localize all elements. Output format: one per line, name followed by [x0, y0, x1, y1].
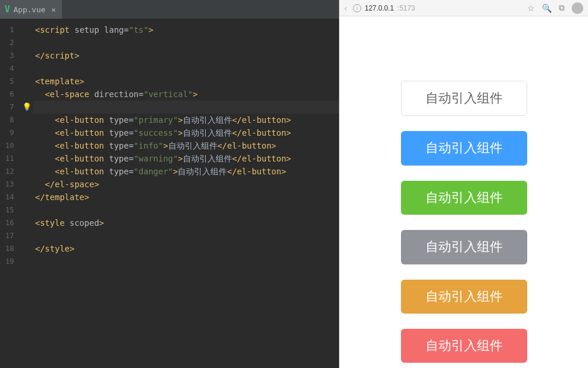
- code-line[interactable]: <el-button type="info">自动引入组件</el-button…: [33, 139, 339, 152]
- current-line-highlight: [33, 101, 339, 114]
- el-button-success[interactable]: 自动引入组件: [401, 181, 527, 215]
- reader-icon[interactable]: ☆: [527, 4, 535, 13]
- code-line[interactable]: [33, 62, 339, 75]
- line-number: 19: [0, 255, 25, 268]
- line-number: 11: [0, 152, 25, 165]
- browser-pane: ‹ i 127.0.0.1:5173 ☆ 🔍 ⧉ 自动引入组件自动引入组件自动引…: [339, 0, 588, 368]
- line-number: 10: [0, 139, 25, 152]
- address-bar[interactable]: i 127.0.0.1:5173: [353, 4, 521, 12]
- line-number: 7: [0, 101, 25, 114]
- vue-file-icon: V: [5, 4, 10, 15]
- code-line[interactable]: <style scoped>: [33, 216, 339, 229]
- el-button-danger[interactable]: 自动引入组件: [401, 329, 527, 363]
- collections-icon[interactable]: ⧉: [559, 3, 565, 13]
- search-icon[interactable]: 🔍: [542, 4, 552, 13]
- line-number: 8: [0, 114, 25, 126]
- browser-action-icons: ☆ 🔍 ⧉: [527, 2, 583, 14]
- line-number: 14: [0, 191, 25, 204]
- code-line[interactable]: <el-button type="danger">自动引入组件</el-butt…: [33, 165, 339, 178]
- line-number: 6: [0, 88, 25, 101]
- code-editor-pane: V App.vue × 1234567891011121314151617181…: [0, 0, 339, 368]
- line-number: 3: [0, 49, 25, 62]
- code-line[interactable]: <el-button type="primary">自动引入组件</el-but…: [33, 114, 339, 126]
- line-number: 13: [0, 178, 25, 191]
- site-info-icon[interactable]: i: [353, 4, 361, 12]
- code-line[interactable]: <template>: [33, 75, 339, 88]
- code-line[interactable]: [33, 204, 339, 216]
- line-number: 2: [0, 36, 25, 49]
- code-line[interactable]: <el-button type="warning">自动引入组件</el-but…: [33, 152, 339, 165]
- code-line[interactable]: </style>: [33, 242, 339, 255]
- code-line[interactable]: [33, 255, 339, 268]
- code-line[interactable]: </script>: [33, 49, 339, 62]
- address-host: 127.0.0.1: [365, 4, 394, 12]
- button-column: 自动引入组件自动引入组件自动引入组件自动引入组件自动引入组件自动引入组件: [401, 81, 527, 368]
- line-number: 5: [0, 75, 25, 88]
- address-rest: :5173: [397, 4, 415, 12]
- code-text-area[interactable]: 💡 <script setup lang="ts"> </script> <te…: [33, 19, 339, 368]
- code-line[interactable]: <el-button type="success">自动引入组件</el-but…: [33, 126, 339, 139]
- line-number: 15: [0, 204, 25, 216]
- el-button-info[interactable]: 自动引入组件: [401, 230, 527, 264]
- line-number: 16: [0, 216, 25, 229]
- line-number: 17: [0, 229, 25, 242]
- code-line[interactable]: [33, 229, 339, 242]
- close-icon[interactable]: ×: [51, 5, 56, 14]
- code-line[interactable]: <script setup lang="ts">: [33, 23, 339, 36]
- line-number-gutter: 12345678910111213141516171819: [0, 19, 25, 368]
- el-button-primary[interactable]: 自动引入组件: [401, 131, 527, 165]
- code-line[interactable]: </template>: [33, 191, 339, 204]
- app-root: V App.vue × 1234567891011121314151617181…: [0, 0, 588, 368]
- editor-tab-app-vue[interactable]: V App.vue ×: [0, 0, 62, 19]
- el-button-warning[interactable]: 自动引入组件: [401, 280, 527, 314]
- el-button-default[interactable]: 自动引入组件: [401, 81, 527, 116]
- editor-tab-name: App.vue: [13, 5, 46, 14]
- code-body[interactable]: 12345678910111213141516171819 💡 <script …: [0, 19, 339, 368]
- browser-toolbar: ‹ i 127.0.0.1:5173 ☆ 🔍 ⧉: [340, 0, 588, 16]
- fold-column: [25, 19, 33, 368]
- line-number: 4: [0, 62, 25, 75]
- lightbulb-icon[interactable]: 💡: [22, 102, 30, 111]
- line-number: 1: [0, 23, 25, 36]
- line-number: 9: [0, 126, 25, 139]
- profile-avatar[interactable]: [572, 2, 583, 14]
- line-number: 12: [0, 165, 25, 178]
- rendered-page: 自动引入组件自动引入组件自动引入组件自动引入组件自动引入组件自动引入组件: [340, 16, 588, 368]
- code-line[interactable]: </el-space>: [33, 178, 339, 191]
- code-line[interactable]: [33, 36, 339, 49]
- line-number: 18: [0, 242, 25, 255]
- editor-tab-bar: V App.vue ×: [0, 0, 339, 19]
- code-line[interactable]: <el-space direction="vertical">: [33, 88, 339, 101]
- browser-back-icon[interactable]: ‹: [344, 3, 347, 13]
